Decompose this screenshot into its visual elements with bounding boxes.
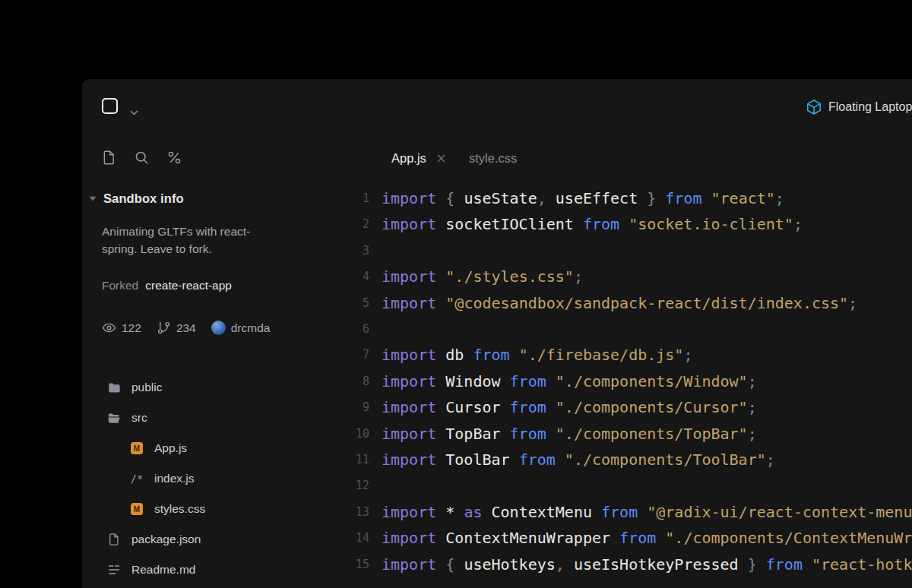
folder-icon: [106, 380, 122, 395]
line-number: 5: [327, 290, 369, 316]
code-line[interactable]: import socketIOClient from "socket.io-cl…: [382, 211, 912, 237]
forked-row: Forked create-react-app: [102, 279, 232, 292]
avatar: [211, 321, 226, 335]
line-number: 14: [327, 525, 369, 551]
code-line[interactable]: [382, 316, 912, 342]
line-number: 4: [327, 264, 369, 289]
tab-label: App.js: [391, 151, 426, 166]
tree-item-label: App.js: [154, 441, 187, 455]
code-line[interactable]: import ToolBar from "./components/ToolBa…: [382, 447, 912, 473]
views-stat: 122: [102, 321, 141, 335]
line-number: 6: [327, 316, 369, 342]
tab-style-css[interactable]: style.css: [469, 151, 517, 166]
code-line[interactable]: [382, 473, 912, 498]
tree-item-label: public: [131, 381, 163, 394]
line-number: 12: [327, 473, 369, 498]
tree-item-readme-md[interactable]: Readme.md: [106, 555, 357, 585]
tree-item-label: index.js: [154, 472, 195, 485]
app-window: Floating Laptop Sandbox info Animating G…: [82, 79, 912, 588]
forked-label: Forked: [102, 279, 138, 292]
line-number: 8: [327, 368, 369, 394]
forks-stat: 234: [157, 321, 196, 335]
readme-lines-icon: [106, 562, 122, 577]
module-icon-orange: M: [129, 501, 144, 517]
editor-gutter: 123456789101112131415: [327, 185, 369, 577]
code-line[interactable]: [382, 238, 912, 264]
chevron-down-icon[interactable]: [130, 105, 138, 119]
author-name: drcmda: [231, 321, 271, 335]
code-line[interactable]: import ContextMenuWrapper from "./compon…: [382, 525, 912, 551]
sidebar-nav: [101, 150, 182, 166]
forks-count: 234: [176, 321, 196, 335]
line-number: 3: [327, 238, 369, 264]
project-title: Floating Laptop: [828, 100, 912, 114]
tree-item-label: src: [131, 411, 147, 425]
code-line[interactable]: import db from "./firebase/db.js";: [382, 342, 912, 368]
tree-item-styles-css[interactable]: Mstyles.css: [106, 494, 357, 524]
code-line[interactable]: import Cursor from "./components/Cursor"…: [382, 394, 912, 420]
line-number: 15: [327, 552, 369, 577]
tree-item-label: styles.css: [154, 502, 205, 516]
tree-item-app-js[interactable]: MApp.js: [106, 433, 357, 463]
module-icon-orange: M: [129, 441, 144, 456]
views-count: 122: [122, 321, 141, 335]
close-icon[interactable]: [437, 154, 445, 163]
sandbox-info-header[interactable]: Sandbox info: [89, 191, 184, 206]
code-line[interactable]: import "./styles.css";: [382, 264, 912, 289]
line-number: 13: [327, 499, 369, 525]
tree-item-label: package.json: [131, 533, 201, 546]
line-number: 9: [327, 394, 369, 420]
eye-icon: [102, 321, 116, 335]
tree-item-label: Readme.md: [131, 563, 195, 577]
search-icon[interactable]: [134, 150, 150, 166]
sandbox-logo-icon[interactable]: [102, 98, 118, 114]
code-line[interactable]: import Window from "./components/Window"…: [382, 368, 912, 394]
folder-open-icon: [106, 410, 122, 425]
line-number: 1: [327, 185, 369, 211]
code-line[interactable]: import TopBar from "./components/TopBar"…: [382, 421, 912, 447]
line-number: 2: [327, 211, 369, 237]
sandbox-stats: 122 234 drcmda: [102, 321, 270, 335]
line-number: 7: [327, 342, 369, 368]
tree-item-index-js[interactable]: /*index.js: [106, 463, 357, 494]
file-icon: [106, 532, 122, 547]
tab-app-js[interactable]: App.js: [391, 151, 445, 166]
project-badge[interactable]: Floating Laptop: [806, 99, 912, 115]
fork-icon: [157, 321, 171, 335]
code-line[interactable]: import { useState, useEffect } from "rea…: [382, 185, 912, 211]
caret-down-icon: [89, 196, 97, 201]
tree-item-public[interactable]: public: [106, 372, 357, 403]
line-number: 11: [327, 447, 369, 473]
plugin-icon[interactable]: [166, 150, 182, 166]
sandbox-info-title: Sandbox info: [103, 191, 184, 206]
line-number: 10: [327, 421, 369, 447]
codesandbox-cube-icon: [806, 99, 822, 115]
sandbox-description: Animating GLTFs with react-spring. Leave…: [102, 223, 269, 258]
comment-icon: /*: [129, 471, 144, 486]
author-stat[interactable]: drcmda: [211, 321, 271, 335]
code-line[interactable]: import "@codesandbox/sandpack-react/dist…: [382, 290, 912, 316]
tree-item-package-json[interactable]: package.json: [106, 524, 357, 555]
forked-template-link[interactable]: create-react-app: [145, 279, 232, 292]
code-area[interactable]: import { useState, useEffect } from "rea…: [382, 185, 912, 588]
code-line[interactable]: import * as ContextMenu from "@radix-ui/…: [382, 499, 912, 525]
tree-item-src[interactable]: src: [106, 403, 357, 433]
code-line[interactable]: import { useHotkeys, useIsHotkeyPressed …: [382, 552, 912, 577]
file-tree: publicsrcMApp.js/*index.jsMstyles.csspac…: [106, 372, 357, 585]
file-icon[interactable]: [101, 150, 117, 166]
